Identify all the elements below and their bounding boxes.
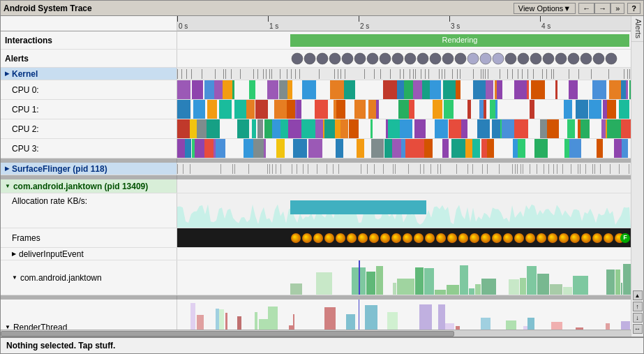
right-panel: Alerts ▲ ↑ ↓ ↔ (631, 16, 643, 337)
interactions-canvas[interactable] (177, 31, 631, 49)
cursor-tool-button[interactable]: ▲ (633, 290, 643, 300)
horizontal-scrollbar[interactable] (1, 330, 631, 337)
cpu2-label: CPU 2: (1, 119, 177, 138)
move-up-button[interactable]: ↑ (633, 302, 643, 311)
deliver-row: ▶ deliverInputEvent (1, 248, 631, 260)
view-options-button[interactable]: View Options▼ (514, 3, 576, 14)
title-bar: Android System Trace View Options▼ ← → »… (1, 1, 643, 16)
kernel-header-label[interactable]: ▶ Kernel (1, 68, 177, 80)
surfaceflinger-row: ▶ SurfaceFlinger (pid 118) (1, 163, 631, 175)
alerts-row: Alerts (1, 50, 631, 68)
kernel-triangle: ▶ (5, 71, 9, 77)
janktown-header-row: ▼ com.android.janktown (pid 13409) (1, 179, 631, 193)
interactions-row: Interactions (1, 31, 631, 50)
cpu1-canvas[interactable] (177, 100, 631, 119)
frames-canvas[interactable] (177, 228, 631, 247)
nav-buttons: ← → » (578, 3, 624, 14)
app-title: Android System Trace (3, 3, 92, 13)
cpu1-label: CPU 1: (1, 100, 177, 119)
zoom-button[interactable]: ↔ (633, 324, 643, 334)
surfaceflinger-triangle: ▶ (5, 165, 9, 172)
deliver-canvas[interactable] (177, 248, 631, 260)
nav-more-button[interactable]: » (611, 3, 624, 14)
janktown-header-canvas (177, 179, 631, 193)
surfaceflinger-canvas[interactable] (177, 163, 631, 175)
status-bar: Nothing selected. Tap stuff. (1, 337, 643, 353)
interactions-label: Interactions (1, 31, 177, 49)
nav-back-button[interactable]: ← (578, 3, 594, 14)
kernel-header-row: ▶ Kernel (1, 68, 631, 80)
renderthread-triangle: ▼ (5, 324, 10, 330)
janktown-triangle: ▼ (5, 183, 10, 189)
alloc-row: Allocation rate KB/s: (1, 193, 631, 228)
frames-row: Frames (1, 228, 631, 248)
main-content: Interactions Alerts (1, 16, 643, 337)
kernel-canvas[interactable] (177, 68, 631, 80)
deliver-triangle: ▶ (12, 251, 16, 257)
status-text: Nothing selected. Tap stuff. (6, 341, 115, 351)
title-controls: View Options▼ ← → » ? (514, 3, 641, 14)
renderthread-canvas[interactable] (177, 300, 631, 330)
alloc-canvas[interactable] (177, 193, 631, 228)
cpu1-row: CPU 1: (1, 100, 631, 119)
janktown-app-triangle: ▼ (12, 274, 17, 281)
scrollbar-thumb[interactable] (1, 331, 454, 337)
deliver-label: ▶ deliverInputEvent (1, 248, 177, 260)
cpu2-row: CPU 2: (1, 119, 631, 139)
timeline-header (1, 16, 631, 31)
janktown-header-label[interactable]: ▼ com.android.janktown (pid 13409) (1, 179, 177, 193)
janktown-app-canvas[interactable] (177, 260, 631, 295)
renderthread-label: ▼ RenderThread (1, 300, 177, 330)
right-tools: ▲ ↑ ↓ ↔ (631, 288, 644, 337)
renderthread-row: ▼ RenderThread (1, 300, 631, 330)
nav-forward-button[interactable]: → (594, 3, 611, 14)
alloc-label: Allocation rate KB/s: (1, 193, 177, 228)
cpu0-label: CPU 0: (1, 80, 177, 99)
janktown-app-label: ▼ com.android.janktown (1, 260, 177, 295)
alerts-label: Alerts (1, 50, 177, 67)
app-window: Android System Trace View Options▼ ← → »… (0, 0, 644, 354)
move-down-button[interactable]: ↓ (633, 313, 643, 323)
alerts-canvas[interactable] (177, 50, 631, 67)
timeline-ruler (177, 16, 631, 31)
cpu0-canvas[interactable] (177, 80, 631, 99)
trace-rows-container[interactable]: Interactions Alerts (1, 31, 631, 330)
help-button[interactable]: ? (627, 3, 641, 14)
cpu2-canvas[interactable] (177, 119, 631, 138)
frames-label: Frames (1, 228, 177, 247)
alerts-vertical-label: Alerts (631, 16, 644, 42)
cpu3-canvas[interactable] (177, 139, 631, 158)
cpu3-row: CPU 3: (1, 139, 631, 158)
surfaceflinger-label[interactable]: ▶ SurfaceFlinger (pid 118) (1, 163, 177, 175)
cpu0-row: CPU 0: (1, 80, 631, 100)
label-space (1, 16, 177, 31)
janktown-app-row: ▼ com.android.janktown (1, 260, 631, 295)
cpu3-label: CPU 3: (1, 139, 177, 158)
